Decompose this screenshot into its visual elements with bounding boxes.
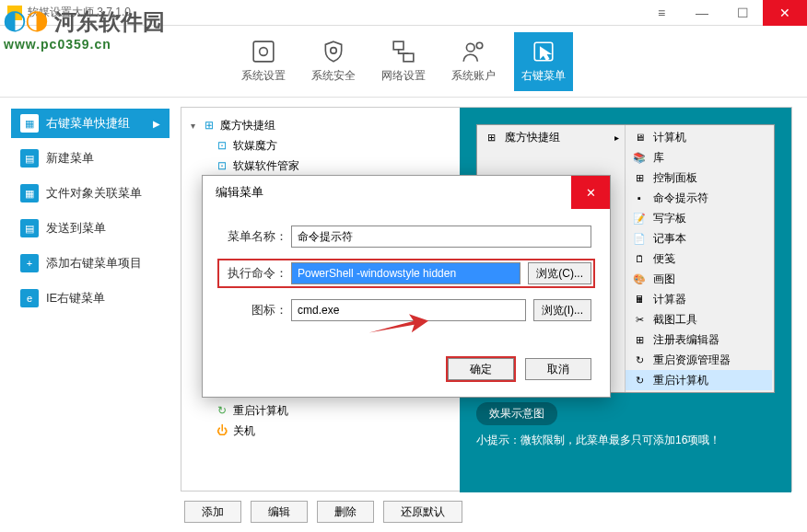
context-item-computer[interactable]: 🖥计算机 xyxy=(626,127,772,147)
users-icon xyxy=(461,39,486,64)
cmd-input[interactable] xyxy=(291,262,520,284)
add-button[interactable]: 添加 xyxy=(184,501,241,523)
grid-icon: ⊞ xyxy=(202,119,216,132)
nav-system-accounts[interactable]: 系统账户 xyxy=(444,32,503,91)
svg-rect-0 xyxy=(253,41,274,62)
sidebar-item-add-context[interactable]: + 添加右键菜单项目 xyxy=(11,249,170,278)
cmd-label: 执行命令： xyxy=(221,265,291,282)
list-icon: ▦ xyxy=(20,114,39,133)
nav-network-settings[interactable]: 网络设置 xyxy=(374,32,433,91)
panel-icon: ⊞ xyxy=(631,170,648,185)
name-label: 菜单名称： xyxy=(221,228,291,245)
list-icon: ▤ xyxy=(20,219,39,237)
svg-point-1 xyxy=(260,48,268,56)
preview-label: 效果示意图 xyxy=(476,402,557,425)
nav-system-security[interactable]: 系统安全 xyxy=(304,32,363,91)
dialog-titlebar[interactable]: 编辑菜单 ✕ xyxy=(203,176,610,209)
icon-label: 图标： xyxy=(221,302,291,318)
svg-point-2 xyxy=(331,48,337,54)
sidebar-item-shortcut-group[interactable]: ▦ 右键菜单快捷组 ▶ xyxy=(11,109,170,138)
sticky-icon: 🗒 xyxy=(631,251,648,266)
context-item-restart-explorer[interactable]: ↻重启资源管理器 xyxy=(626,350,772,370)
context-item-restart-pc[interactable]: ↻重启计算机 xyxy=(626,370,772,390)
computer-icon: 🖥 xyxy=(631,130,648,145)
sidebar-item-new-menu[interactable]: ▤ 新建菜单 xyxy=(11,144,170,173)
top-nav: 系统设置 系统安全 网络设置 系统账户 右键菜单 xyxy=(0,26,807,98)
list-icon: ▤ xyxy=(20,149,39,168)
context-item-sticky[interactable]: 🗒便笺 xyxy=(626,249,772,269)
close-button[interactable]: ✕ xyxy=(763,0,807,26)
cmd-icon: ▪ xyxy=(631,191,648,205)
network-icon xyxy=(391,39,416,64)
preview-tip: 小提示：微软限制，此菜单最多只可添加16项哦！ xyxy=(476,433,775,448)
regedit-icon: ⊞ xyxy=(631,332,648,347)
context-item-regedit[interactable]: ⊞注册表编辑器 xyxy=(626,330,772,350)
paint-icon: 🎨 xyxy=(631,272,648,286)
library-icon: 📚 xyxy=(631,150,648,165)
grid-icon: ⊞ xyxy=(483,130,499,145)
shield-icon xyxy=(321,39,346,64)
svg-point-5 xyxy=(466,43,474,52)
scissors-icon: ✂ xyxy=(631,312,648,327)
nav-system-settings[interactable]: 系统设置 xyxy=(234,32,293,91)
refresh-icon: ↻ xyxy=(631,373,648,387)
cancel-button[interactable]: 取消 xyxy=(525,358,591,380)
context-item[interactable] xyxy=(477,147,625,168)
chevron-right-icon: ▶ xyxy=(153,119,160,129)
ok-button[interactable]: 确定 xyxy=(448,358,514,380)
wordpad-icon: 📝 xyxy=(631,211,648,226)
menu-button[interactable]: ≡ xyxy=(641,0,682,26)
restore-button[interactable]: 还原默认 xyxy=(383,501,462,523)
power-icon: ⏻ xyxy=(215,424,229,437)
context-item-wordpad[interactable]: 📝写字板 xyxy=(626,208,772,228)
chevron-right-icon: ▸ xyxy=(614,133,619,143)
app-title: 软媒设置大师 3.7.1.0 xyxy=(28,5,131,20)
browse-cmd-button[interactable]: 浏览(C)... xyxy=(528,262,591,284)
context-item-paint[interactable]: 🎨画图 xyxy=(626,269,772,289)
context-item[interactable]: ⊞魔方快捷组▸ xyxy=(477,127,625,147)
list-icon: ▦ xyxy=(20,184,39,202)
app-icon: ⊡ xyxy=(215,159,229,172)
sidebar-item-sendto[interactable]: ▤ 发送到菜单 xyxy=(11,214,170,243)
refresh-icon: ↻ xyxy=(631,353,648,367)
gear-boxed-icon xyxy=(251,39,276,64)
collapse-icon[interactable]: ▾ xyxy=(191,121,202,131)
dialog-title: 编辑菜单 xyxy=(216,184,263,201)
app-icon: ⊡ xyxy=(215,139,229,152)
dialog-close-button[interactable]: ✕ xyxy=(571,176,610,209)
context-item-snipping[interactable]: ✂截图工具 xyxy=(626,309,772,330)
context-item-cmd[interactable]: ▪命令提示符 xyxy=(626,188,772,208)
calc-icon: 🖩 xyxy=(631,292,648,306)
ie-icon: e xyxy=(20,289,39,307)
context-item-library[interactable]: 📚库 xyxy=(626,147,772,168)
nav-context-menu[interactable]: 右键菜单 xyxy=(514,32,573,91)
minimize-button[interactable]: — xyxy=(682,0,722,26)
sidebar: ▦ 右键菜单快捷组 ▶ ▤ 新建菜单 ▦ 文件对象关联菜单 ▤ 发送到菜单 + … xyxy=(0,98,181,532)
sidebar-item-file-assoc[interactable]: ▦ 文件对象关联菜单 xyxy=(11,179,170,208)
edit-button[interactable]: 编辑 xyxy=(251,501,308,523)
context-item-notepad[interactable]: 📄记事本 xyxy=(626,228,772,249)
svg-rect-3 xyxy=(393,41,404,50)
maximize-button[interactable]: ☐ xyxy=(722,0,763,26)
edit-menu-dialog: 编辑菜单 ✕ 菜单名称： 执行命令： 浏览(C)... 图标： 浏览(I)...… xyxy=(202,175,611,398)
notepad-icon: 📄 xyxy=(631,231,648,246)
delete-button[interactable]: 删除 xyxy=(317,501,374,523)
context-item-control-panel[interactable]: ⊞控制面板 xyxy=(626,168,772,188)
sidebar-item-ie-context[interactable]: e IE右键菜单 xyxy=(11,283,170,313)
cursor-icon xyxy=(531,39,556,64)
context-item-calc[interactable]: 🖩计算器 xyxy=(626,289,772,309)
name-input[interactable] xyxy=(291,226,591,248)
app-icon xyxy=(7,6,22,20)
plus-icon: + xyxy=(20,254,39,272)
titlebar: 软媒设置大师 3.7.1.0 ≡ — ☐ ✕ xyxy=(0,0,807,26)
refresh-icon: ↻ xyxy=(215,404,229,417)
svg-rect-4 xyxy=(404,53,414,62)
svg-point-6 xyxy=(476,42,483,49)
browse-icon-button[interactable]: 浏览(I)... xyxy=(533,299,591,321)
